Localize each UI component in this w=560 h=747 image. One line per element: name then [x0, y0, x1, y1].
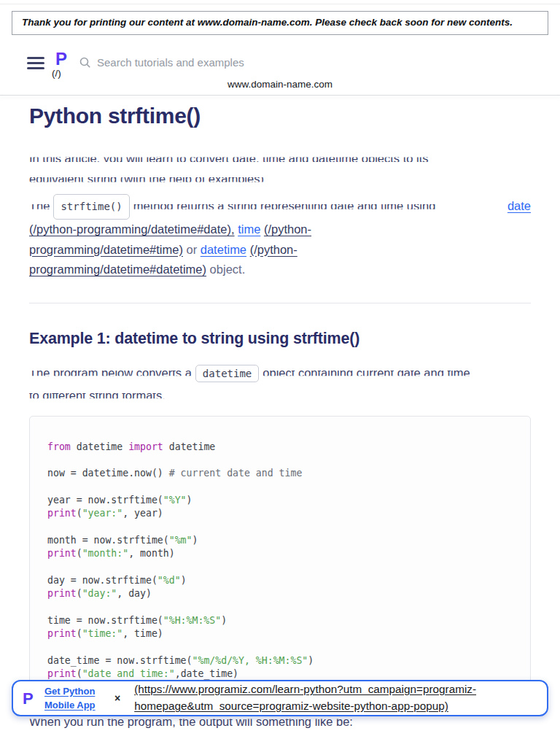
- page-edge-line: [0, 4, 560, 4]
- app-href-line: homepage&utm_source=programiz-website-py…: [134, 698, 476, 715]
- code-token: from: [47, 441, 71, 452]
- code-line: print("day:", day): [47, 587, 513, 600]
- code-line: [47, 561, 513, 574]
- code-token: month = now.strftime(: [47, 535, 169, 546]
- code-token: ): [221, 615, 227, 626]
- code-line: print("month:", month): [47, 547, 513, 560]
- printed-href-text: programming/datetime#time): [29, 243, 183, 256]
- code-token: "date and time:": [82, 668, 175, 679]
- code-token: "year:": [82, 508, 123, 519]
- close-icon[interactable]: ×: [112, 692, 122, 704]
- code-token: import: [128, 441, 163, 452]
- code-token: day = now.strftime(: [47, 575, 158, 586]
- code-token: , day): [117, 588, 152, 599]
- code-token: "%H:%M:%S": [163, 615, 221, 626]
- search-bar[interactable]: [79, 50, 338, 69]
- get-python-app-link[interactable]: Get Python Mobile App: [44, 684, 104, 713]
- paragraph-line: The strftime() method returns a string r…: [29, 194, 531, 220]
- code-token: (: [77, 508, 82, 519]
- site-header: P (/): [27, 50, 548, 79]
- inline-link[interactable]: datetime: [201, 243, 246, 256]
- code-line: [47, 601, 513, 614]
- site-logo[interactable]: P (/): [55, 50, 71, 79]
- print-notice-box: Thank you for printing our content at ww…: [12, 11, 548, 35]
- code-token: ): [192, 535, 198, 546]
- ghost-text-fragment: method returns a string representing dat…: [133, 196, 508, 217]
- strftime-syntax-paragraph: The strftime() method returns a string r…: [29, 194, 531, 280]
- code-line: now = datetime.now() # current date and …: [47, 467, 513, 480]
- ghost-text-line: In this article, you will learn to conve…: [29, 149, 531, 169]
- printed-href-text: (/python-programming/datetime#date),: [29, 222, 235, 236]
- example1-heading: Example 1: datetime to string using strf…: [29, 328, 531, 349]
- code-line: year = now.strftime("%Y"): [47, 494, 513, 507]
- code-line: month = now.strftime("%m"): [47, 534, 513, 547]
- code-token: (: [77, 548, 82, 559]
- code-block: from datetime import datetime now = date…: [29, 416, 531, 698]
- paragraph-line: programming/datetime#datetime) object.: [29, 260, 531, 280]
- paragraph-text: object.: [206, 263, 245, 276]
- code-token: now = datetime.now(): [47, 468, 169, 479]
- print-preview-page: Thank you for printing our content at ww…: [0, 0, 560, 747]
- code-line: [47, 454, 513, 467]
- code-line: time = now.strftime("%H:%M:%S"): [47, 614, 513, 627]
- inline-code-chip: strftime(): [53, 194, 129, 220]
- search-input[interactable]: [97, 56, 338, 69]
- paragraph-line: to different string formats.: [29, 384, 531, 406]
- code-token: , year): [122, 508, 163, 519]
- inline-code-chip: datetime: [195, 365, 259, 382]
- printed-href-text: programming/datetime#datetime): [29, 263, 206, 276]
- code-token: "month:": [82, 548, 129, 559]
- code-token: "time:": [82, 628, 123, 639]
- ghost-text-fragment: object containing current date and time: [262, 362, 470, 384]
- paragraph-text: or: [183, 243, 201, 256]
- code-line: print("date and time:",date_time): [47, 667, 513, 681]
- section-divider: [29, 303, 531, 303]
- code-token: datetime: [163, 441, 215, 452]
- code-token: datetime: [71, 441, 128, 452]
- code-token: year = now.strftime(: [47, 495, 163, 506]
- code-token: "day:": [82, 588, 117, 599]
- code-token: print: [47, 548, 77, 559]
- code-token: (: [77, 668, 82, 679]
- code-token: ): [187, 495, 192, 506]
- example1-description: The program below converts a datetime ob…: [29, 362, 531, 406]
- code-token: ): [308, 655, 314, 666]
- printed-site-url: www.domain-name.com: [0, 79, 560, 90]
- code-token: ): [181, 575, 187, 586]
- ghost-text-fragment: The: [29, 196, 50, 217]
- print-notice-text: Thank you for printing our content at ww…: [22, 15, 517, 30]
- hamburger-menu-icon[interactable]: [27, 50, 44, 69]
- paragraph-line: (/python-programming/datetime#date), tim…: [29, 220, 531, 240]
- code-token: ,date_time): [175, 668, 238, 679]
- mobile-app-banner: P Get Python Mobile App × (https://www.p…: [12, 680, 548, 716]
- code-token: (: [77, 628, 82, 639]
- code-line: [47, 481, 513, 494]
- code-token: print: [47, 628, 77, 639]
- ghost-text-line: equivalent string (with the help of exam…: [29, 169, 531, 190]
- code-token: "%m/%d/%Y, %H:%M:%S": [192, 655, 308, 666]
- code-token: "%Y": [163, 495, 187, 506]
- code-token: time = now.strftime(: [47, 615, 163, 626]
- inline-link[interactable]: date: [508, 196, 531, 217]
- code-token: # current date and time: [169, 468, 303, 479]
- search-icon: [79, 57, 91, 69]
- code-token: date_time = now.strftime(: [47, 655, 192, 666]
- code-line: from datetime import datetime: [47, 441, 513, 454]
- programiz-logo-icon: P: [55, 50, 71, 69]
- code-line: [47, 521, 513, 534]
- code-token: "%d": [158, 575, 181, 586]
- svg-text:P: P: [23, 689, 34, 708]
- code-token: "%m": [169, 535, 192, 546]
- code-token: print: [47, 668, 77, 679]
- code-token: , month): [128, 548, 175, 559]
- code-token: (: [77, 588, 82, 599]
- programiz-logo-icon: P: [23, 689, 36, 708]
- code-line: print("time:", time): [47, 627, 513, 640]
- code-line: date_time = now.strftime("%m/%d/%Y, %H:%…: [47, 654, 513, 667]
- printed-href-text: (/python-: [264, 222, 311, 236]
- ghost-text-fragment: The program below converts a: [29, 362, 192, 384]
- code-token: print: [47, 508, 77, 519]
- code-token: print: [47, 588, 77, 599]
- code-token: , time): [122, 628, 163, 639]
- inline-link[interactable]: time: [238, 222, 260, 236]
